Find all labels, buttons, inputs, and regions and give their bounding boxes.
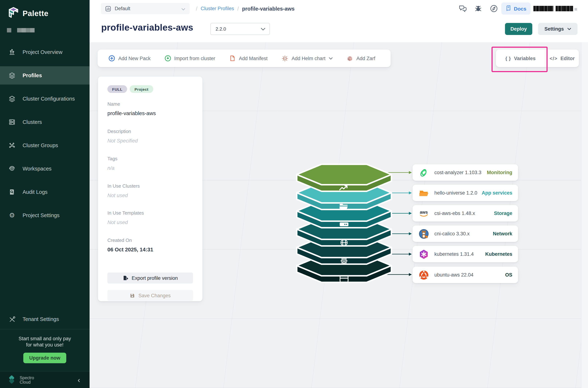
chevron-down-icon <box>261 27 265 30</box>
pack-row-hello-universe[interactable]: hello-universe 1.2.0 App services <box>412 185 518 201</box>
docs-label: Docs <box>514 6 526 11</box>
zarf-box-icon <box>347 55 353 62</box>
feedback-chat-icon[interactable] <box>458 4 467 13</box>
breadcrumb-separator: / <box>237 5 239 12</box>
variables-tab[interactable]: { } Variables <box>496 49 545 67</box>
app-window: Palette Project Overview Profiles Cluste… <box>0 0 588 388</box>
field-value-description: Not Specified <box>107 138 193 144</box>
sidebar-item-audit-logs[interactable]: Audit Logs <box>0 180 90 204</box>
field-value-tags: n/a <box>107 165 193 171</box>
promo-line-2: for what you use! <box>0 342 90 348</box>
spectro-cloud-wordmark: Spectro Cloud <box>20 375 34 385</box>
deploy-button[interactable]: Deploy <box>505 23 532 35</box>
braces-icon: { } <box>505 56 511 61</box>
hard-drive-icon <box>340 222 348 226</box>
export-profile-version-button[interactable]: Export profile version <box>107 272 193 283</box>
chevron-down-icon <box>567 28 571 30</box>
sidebar-footer: Spectro Cloud ‹ <box>0 371 90 388</box>
sidebar-item-label: Workspaces <box>23 166 51 171</box>
field-label-in-use-templates: In Use Templates <box>107 210 193 216</box>
sidebar-item-clusters[interactable]: Clusters <box>0 110 90 134</box>
import-from-cluster-button[interactable]: Import from cluster <box>164 55 215 62</box>
sidebar-item-project-settings[interactable]: ⚙ Project Settings <box>0 204 90 227</box>
pack-category: App services <box>482 190 512 196</box>
add-manifest-button[interactable]: Add Manifest <box>229 55 268 62</box>
sidebar-item-tenant-settings[interactable]: Tenant Settings <box>0 308 90 331</box>
pack-row-cni-calico[interactable]: cni-calico 3.30.x Network <box>412 225 518 242</box>
download-circle-icon <box>164 55 171 62</box>
pack-category: Storage <box>494 211 512 216</box>
pack-category: Kubernetes <box>485 251 512 257</box>
pack-row-csi-aws-ebs[interactable]: aws csi-aws-ebs 1.48.x Storage <box>412 205 518 221</box>
tools-icon <box>8 315 16 323</box>
pack-category: Monitoring <box>487 170 512 175</box>
breadcrumb-separator: / <box>196 5 197 12</box>
sidebar-item-cluster-configurations[interactable]: Cluster Configurations <box>0 87 90 110</box>
bar-chart-icon <box>8 48 16 56</box>
field-label-description: Description <box>107 129 193 134</box>
sidebar-bottom-nav: Tenant Settings <box>0 308 90 331</box>
sidebar-item-cluster-groups[interactable]: Cluster Groups <box>0 134 90 157</box>
ubuntu-icon <box>418 269 429 280</box>
palette-logo[interactable]: Palette <box>8 7 48 20</box>
collapse-sidebar-icon[interactable]: ‹ <box>78 376 80 384</box>
field-label-tags: Tags <box>107 156 193 161</box>
sidebar-nav: Project Overview Profiles Cluster Config… <box>0 40 90 227</box>
sidebar-item-label: Audit Logs <box>23 189 47 195</box>
palette-logo-icon <box>8 7 19 20</box>
settings-button[interactable]: Settings <box>538 23 577 35</box>
breadcrumb-link-cluster-profiles[interactable]: Cluster Profiles <box>201 6 234 11</box>
sidebar-item-project-overview[interactable]: Project Overview <box>0 40 90 64</box>
chevron-down-icon <box>329 57 333 60</box>
sidebar-item-workspaces[interactable]: Workspaces <box>0 157 90 180</box>
svg-text:HELM: HELM <box>283 58 287 59</box>
svg-text:aws: aws <box>420 210 428 214</box>
orbit-icon <box>8 165 16 173</box>
helm-wheel-icon: HELM <box>281 55 288 62</box>
add-zarf-button[interactable]: Add Zarf <box>347 55 375 62</box>
pack-row-kubernetes[interactable]: kubernetes 1.31.4 Kubernetes <box>412 246 518 262</box>
bug-report-icon[interactable] <box>474 4 482 13</box>
add-helm-chart-button[interactable]: HELM Add Helm chart <box>281 55 333 62</box>
version-select[interactable]: 2.2.0 <box>210 23 270 35</box>
field-label-in-use-clusters: In Use Clusters <box>107 183 193 189</box>
editor-tab[interactable]: </> Editor <box>545 49 579 67</box>
field-value-in-use-clusters: Not used <box>107 192 193 198</box>
sidebar-item-profiles[interactable]: Profiles <box>0 64 90 87</box>
layers-icon <box>8 72 16 79</box>
stack-layer-monitoring[interactable] <box>297 164 391 191</box>
user-name-redacted[interactable] <box>556 6 573 11</box>
server-icon <box>8 118 16 126</box>
stack-icon <box>8 95 16 103</box>
pack-row-cost-analyzer[interactable]: cost-analyzer 1.103.3 Monitoring <box>412 164 518 181</box>
breadcrumb: / Cluster Profiles / profile-variables-a… <box>196 0 294 17</box>
profile-toolbar: Add New Pack Import from cluster Add Man… <box>98 49 391 67</box>
settings-label: Settings <box>544 26 564 32</box>
manifest-file-icon <box>229 55 236 62</box>
project-selector-label: Default <box>115 6 130 11</box>
docs-button[interactable]: Docs <box>501 2 530 15</box>
main-content: Add New Pack Import from cluster Add Man… <box>90 42 588 388</box>
scrollbar[interactable] <box>581 42 588 388</box>
audit-log-icon <box>8 188 16 196</box>
project-scope-icon <box>105 6 111 11</box>
compass-help-icon[interactable] <box>490 4 498 13</box>
profile-layer-stack: ☸ <box>293 161 413 285</box>
user-name-redacted[interactable] <box>533 6 553 11</box>
aws-icon: aws <box>418 208 429 219</box>
book-icon <box>505 5 511 12</box>
plus-circle-icon <box>109 55 115 62</box>
add-new-pack-button[interactable]: Add New Pack <box>109 55 151 62</box>
network-nodes-icon <box>8 141 16 149</box>
save-changes-button[interactable]: Save Changes <box>107 290 193 301</box>
project-selector[interactable]: Default <box>101 3 190 14</box>
upgrade-now-button[interactable]: Upgrade now <box>23 353 66 363</box>
field-label-created-on: Created On <box>107 238 193 243</box>
file-export-icon <box>122 275 128 281</box>
profile-scope-badge: Project <box>130 85 153 93</box>
sidebar-item-label: Cluster Groups <box>23 143 58 148</box>
redacted-block <box>7 28 11 32</box>
pack-row-ubuntu-aws[interactable]: ubuntu-aws 22.04 OS <box>412 267 518 283</box>
sidebar-item-label: Profiles <box>23 73 42 78</box>
user-menu-caret[interactable] <box>575 8 577 11</box>
